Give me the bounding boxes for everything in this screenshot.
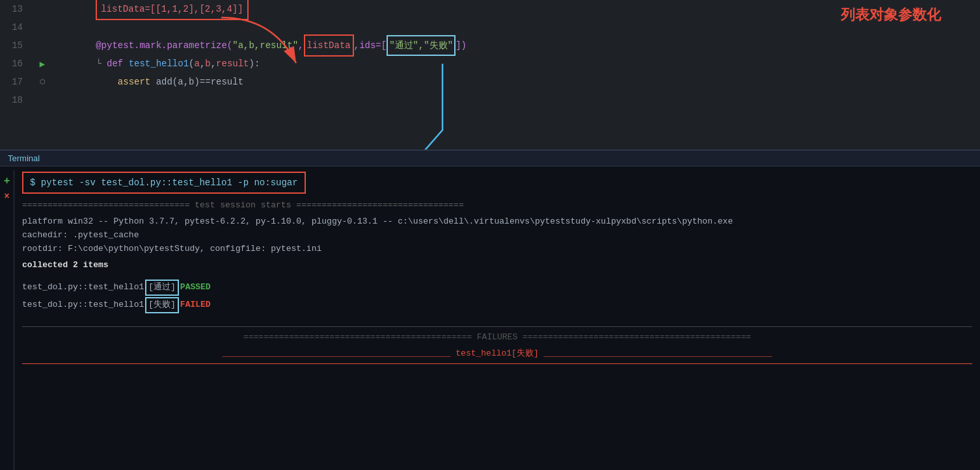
code-line-18: 18: [0, 91, 980, 109]
command-box: $ pytest -sv test_dol.py::test_hello1 -p…: [22, 172, 306, 194]
code-line-17: 17 ⬡ assert add(a,b)==result: [0, 73, 980, 91]
breakpoint-icon: ⬡: [40, 78, 46, 86]
run-icon[interactable]: ▶: [40, 59, 45, 70]
failures-header-line: ========================================…: [22, 326, 972, 345]
collected-text: collected 2 items: [22, 260, 109, 270]
line-number-15: 15: [0, 40, 33, 51]
code-line-13: 13 listData=[[1,1,2],[2,3,4]]: [0, 0, 980, 18]
result2-prefix: test_dol.py::test_hello1: [22, 298, 144, 312]
terminal-add-button[interactable]: +: [4, 176, 10, 187]
terminal-header: Terminal: [0, 151, 980, 166]
failures-section: ========================================…: [22, 326, 972, 364]
result1-id-box: [通过]: [145, 280, 179, 296]
line-number-13: 13: [0, 4, 33, 14]
test-result-2: test_dol.py::test_hello1 [失败] FAILED: [22, 297, 972, 313]
failures-sub-line: ________________________________________…: [22, 345, 972, 364]
test-result-1: test_dol.py::test_hello1 [通过] PASSED: [22, 280, 972, 296]
rootdir-line: rootdir: F:\code\python\pytestStudy, con…: [22, 242, 972, 256]
annotation-text: 列表对象参数化: [841, 5, 941, 25]
result1-status: PASSED: [180, 281, 211, 294]
platform-line: platform win32 -- Python 3.7.7, pytest-6…: [22, 215, 972, 229]
terminal-close-button[interactable]: ×: [4, 191, 9, 202]
result2-id-box: [失败]: [145, 297, 179, 313]
line-number-14: 14: [0, 22, 33, 33]
collected-line: collected 2 items: [22, 259, 972, 272]
terminal-content: $ pytest -sv test_dol.py::test_hello1 -p…: [14, 166, 980, 369]
terminal-sidebar: + ×: [0, 170, 14, 470]
session-start-line: ================================= test s…: [22, 199, 972, 213]
result2-status: FAILED: [180, 298, 211, 312]
command-line: $ pytest -sv test_dol.py::test_hello1 -p…: [22, 172, 972, 194]
terminal-label: Terminal: [8, 153, 40, 163]
editor-area: 13 listData=[[1,1,2],[2,3,4]] 14 15 @pyt…: [0, 0, 980, 150]
line-number-16: 16: [0, 59, 33, 69]
terminal-area: Terminal + × $ pytest -sv test_dol.py::t…: [0, 150, 980, 470]
test-results: test_dol.py::test_hello1 [通过] PASSED tes…: [22, 280, 972, 313]
line-number-17: 17: [0, 77, 33, 87]
gutter-16: ▶: [33, 59, 52, 70]
result1-prefix: test_dol.py::test_hello1: [22, 281, 144, 294]
gutter-17: ⬡: [33, 78, 52, 86]
line-number-18: 18: [0, 95, 33, 105]
cachedir-line: cachedir: .pytest_cache: [22, 229, 972, 242]
